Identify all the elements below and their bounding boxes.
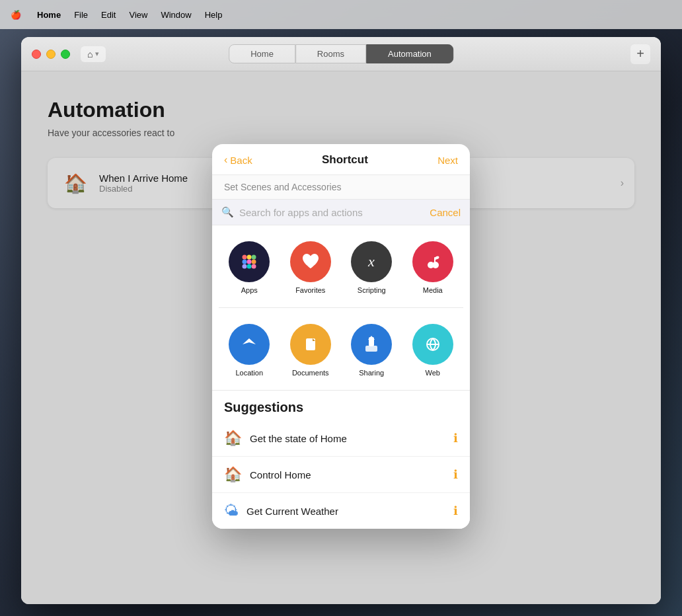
svg-point-5 — [252, 260, 256, 264]
shortcut-modal: ‹ Back Shortcut Next Set Scenes and Acce… — [212, 144, 470, 529]
suggestion-weather-text: Get Current Weather — [246, 506, 453, 517]
menu-file[interactable]: File — [74, 10, 88, 20]
scripting-label: Scripting — [358, 286, 386, 294]
location-label: Location — [235, 369, 263, 377]
modal-sub-text: Set Scenes and Accessories — [224, 182, 458, 192]
svg-point-6 — [243, 264, 247, 269]
titlebar: ⌂ ▾ Home Rooms Automation + — [21, 37, 661, 71]
suggestions-header: Suggestions — [212, 390, 470, 420]
modal-sub-header: Set Scenes and Accessories — [212, 175, 470, 200]
suggestion-weather-info-icon[interactable]: ℹ — [453, 504, 458, 518]
search-icon: 🔍 — [221, 206, 234, 218]
favorites-icon — [290, 241, 331, 282]
close-button[interactable] — [32, 50, 41, 59]
icon-grid-row1: Apps Favorites — [212, 225, 470, 307]
suggestion-weather[interactable]: 🌤 Get Current Weather ℹ — [212, 493, 470, 529]
modal-title: Shortcut — [322, 153, 368, 167]
cancel-button[interactable]: Cancel — [430, 207, 461, 218]
scripting-icon: x — [351, 241, 392, 282]
icon-cell-media[interactable]: Media — [402, 236, 464, 302]
menu-view[interactable]: View — [129, 10, 147, 20]
search-input[interactable] — [239, 207, 424, 218]
home-small-icon: ⌂ — [87, 49, 93, 59]
apple-menu[interactable]: 🍎 — [11, 10, 21, 20]
media-icon — [412, 241, 453, 282]
menu-window[interactable]: Window — [161, 10, 191, 20]
svg-point-7 — [247, 264, 252, 269]
apps-icon — [229, 241, 270, 282]
media-label: Media — [423, 286, 443, 294]
suggestion-get-home-info-icon[interactable]: ℹ — [453, 431, 458, 445]
svg-point-8 — [252, 264, 256, 269]
icon-cell-scripting[interactable]: x Scripting — [341, 236, 402, 302]
traffic-lights — [32, 50, 70, 59]
menu-edit[interactable]: Edit — [101, 10, 116, 20]
icon-cell-documents[interactable]: Documents — [280, 319, 342, 385]
tab-home[interactable]: Home — [229, 44, 295, 63]
window-content: Automation Have your accessories react t… — [21, 71, 661, 604]
back-button[interactable]: ‹ Back — [224, 154, 252, 166]
documents-icon — [290, 324, 331, 365]
maximize-button[interactable] — [61, 50, 70, 59]
sharing-icon — [351, 324, 392, 365]
search-bar: 🔍 Cancel — [212, 200, 470, 225]
icon-grid-row2: Location Documents — [212, 308, 470, 390]
location-icon — [229, 324, 270, 365]
icon-cell-web[interactable]: Web — [402, 319, 464, 385]
favorites-label: Favorites — [295, 286, 325, 294]
icon-cell-sharing[interactable]: Sharing — [341, 319, 402, 385]
suggestion-control-home-text: Control Home — [250, 469, 453, 481]
sharing-label: Sharing — [359, 369, 384, 377]
suggestion-control-home[interactable]: 🏠 Control Home ℹ — [212, 457, 470, 493]
home-navigate-button[interactable]: ⌂ ▾ — [81, 46, 106, 62]
svg-point-0 — [243, 255, 247, 260]
suggestion-control-icon: 🏠 — [224, 466, 242, 483]
web-label: Web — [426, 369, 440, 377]
back-label: Back — [230, 155, 252, 166]
svg-point-2 — [252, 255, 256, 260]
back-arrow-icon: ‹ — [224, 154, 227, 166]
documents-label: Documents — [292, 369, 329, 377]
menu-help[interactable]: Help — [205, 10, 223, 20]
svg-rect-16 — [365, 346, 377, 352]
suggestion-get-home-text: Get the state of Home — [250, 433, 453, 444]
svg-point-4 — [247, 260, 252, 264]
minimize-button[interactable] — [46, 50, 56, 59]
suggestion-weather-icon: 🌤 — [224, 502, 239, 520]
icon-cell-favorites[interactable]: Favorites — [280, 236, 342, 302]
tab-rooms[interactable]: Rooms — [295, 44, 366, 63]
svg-point-12 — [432, 262, 439, 268]
next-button[interactable]: Next — [437, 155, 458, 166]
modal-header: ‹ Back Shortcut Next — [212, 144, 470, 175]
suggestion-get-home[interactable]: 🏠 Get the state of Home ℹ — [212, 420, 470, 457]
home-btn-chevron: ▾ — [95, 50, 99, 58]
icon-cell-location[interactable]: Location — [219, 319, 280, 385]
menu-bar: 🍎 Home File Edit View Window Help — [0, 0, 682, 29]
svg-point-1 — [247, 255, 252, 260]
suggestion-home-icon: 🏠 — [224, 430, 242, 447]
icon-cell-apps[interactable]: Apps — [219, 236, 280, 302]
web-icon — [412, 324, 453, 365]
svg-point-3 — [243, 260, 247, 264]
menu-home[interactable]: Home — [37, 10, 61, 20]
main-window: ⌂ ▾ Home Rooms Automation + Automation H… — [21, 37, 661, 604]
modal-overlay: ‹ Back Shortcut Next Set Scenes and Acce… — [21, 71, 661, 604]
svg-text:x: x — [367, 253, 375, 270]
tab-group: Home Rooms Automation — [229, 44, 453, 63]
apps-label: Apps — [241, 286, 258, 294]
suggestion-control-home-info-icon[interactable]: ℹ — [453, 467, 458, 482]
add-button[interactable]: + — [630, 44, 650, 64]
tab-automation[interactable]: Automation — [366, 44, 453, 63]
